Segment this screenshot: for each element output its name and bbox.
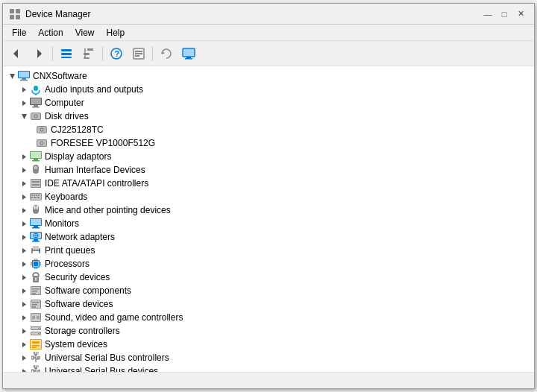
tree-root[interactable]: CNXSoftware (3, 69, 534, 83)
disk-expander[interactable] (18, 110, 30, 122)
tree-item-computer[interactable]: Computer (3, 96, 534, 110)
menu-action[interactable]: Action (32, 26, 69, 39)
svg-rect-107 (37, 268, 38, 269)
svg-rect-66 (32, 184, 40, 186)
hid-expander[interactable] (18, 164, 30, 176)
tree-item-display[interactable]: Display adaptors (3, 150, 534, 163)
tree-item-foresee[interactable]: FORESEE VP1000F512G (3, 136, 534, 150)
tree-item-network[interactable]: Network adapters (3, 230, 534, 244)
software-devices-label: Software devices (45, 299, 113, 309)
tree-item-software-devices[interactable]: Software devices (3, 297, 534, 311)
usb-controllers-expander[interactable] (18, 352, 30, 364)
monitors-expander[interactable] (18, 218, 30, 230)
svg-marker-142 (22, 342, 26, 347)
tree-item-hid[interactable]: Human Interface Devices (3, 163, 534, 177)
tree-item-disk-drives[interactable]: Disk drives (3, 110, 534, 123)
sound-expander[interactable] (18, 312, 30, 323)
system-expander[interactable] (18, 338, 30, 350)
update-driver-button[interactable] (178, 44, 199, 63)
svg-rect-97 (33, 246, 39, 250)
refresh-icon (160, 48, 172, 60)
svg-rect-115 (35, 279, 36, 281)
computer-expander[interactable] (18, 97, 30, 109)
svg-rect-37 (34, 105, 38, 107)
properties-button[interactable] (128, 44, 149, 63)
device-manager-window: Device Manager — □ ✕ File Action View He… (2, 3, 535, 389)
display-expander[interactable] (18, 151, 30, 162)
processors-expander[interactable] (18, 258, 30, 270)
tree-item-storage[interactable]: Storage controllers (3, 324, 534, 338)
sound-label: Sound, video and game controllers (45, 312, 183, 323)
back-button[interactable] (6, 44, 27, 63)
tree-item-sound[interactable]: Sound, video and game controllers (3, 311, 534, 324)
svg-rect-104 (34, 259, 36, 260)
print-expander[interactable] (18, 244, 30, 256)
software-components-expander[interactable] (18, 285, 30, 297)
cj225128tc-label: CJ225128TC (51, 124, 104, 135)
software-devices-expander[interactable] (18, 298, 30, 310)
toolbar-sep-3 (152, 46, 153, 61)
software-components-label: Software components (45, 285, 131, 296)
view-type-button[interactable] (56, 44, 77, 63)
svg-rect-85 (34, 226, 38, 227)
maximize-button[interactable]: □ (497, 7, 512, 21)
keyboard-icon (30, 191, 42, 203)
tree-item-print[interactable]: Print queues (3, 244, 534, 257)
mice-expander[interactable] (18, 204, 30, 216)
tree-item-keyboards[interactable]: Keyboards (3, 190, 534, 203)
tree-item-monitors[interactable]: Monitors (3, 217, 534, 230)
keyboards-label: Keyboards (45, 192, 87, 202)
svg-rect-70 (31, 195, 33, 196)
display-icon (30, 151, 42, 162)
svg-rect-108 (31, 262, 32, 264)
mice-label: Mice and other pointing devices (45, 205, 171, 215)
view-connection-button[interactable] (78, 44, 99, 63)
network-expander[interactable] (18, 231, 30, 243)
refresh-button[interactable] (156, 44, 177, 63)
svg-rect-32 (34, 86, 38, 91)
menu-help[interactable]: Help (101, 26, 131, 39)
tree-item-usb-controllers[interactable]: Universal Serial Bus controllers (3, 351, 534, 364)
help-button[interactable]: ? (106, 44, 127, 63)
hid-icon (30, 164, 42, 176)
tree-item-mice[interactable]: Mice and other pointing devices (3, 203, 534, 217)
svg-point-134 (37, 317, 39, 318)
monitors-label: Monitors (45, 218, 79, 229)
svg-rect-60 (37, 166, 38, 169)
svg-rect-20 (135, 55, 139, 57)
tree-item-software-components[interactable]: Software components (3, 284, 534, 297)
svg-rect-105 (37, 259, 38, 260)
svg-rect-121 (32, 293, 36, 294)
svg-rect-23 (186, 57, 191, 58)
svg-rect-99 (39, 250, 40, 251)
root-expander[interactable] (6, 70, 18, 82)
system-label: System devices (45, 339, 107, 350)
close-button[interactable]: ✕ (513, 7, 528, 21)
security-expander[interactable] (18, 271, 30, 283)
tree-item-processors[interactable]: Processors (3, 257, 534, 271)
audio-expander[interactable] (18, 83, 30, 95)
usb-devices-icon (30, 365, 42, 372)
menu-file[interactable]: File (6, 26, 32, 39)
storage-expander[interactable] (18, 325, 30, 337)
minimize-button[interactable]: — (480, 7, 495, 21)
menu-view[interactable]: View (69, 26, 101, 39)
tree-item-security[interactable]: Security devices (3, 271, 534, 284)
svg-rect-8 (61, 57, 72, 58)
forward-button[interactable] (28, 44, 49, 63)
tree-item-cj225128tc[interactable]: CJ225128TC (3, 123, 534, 136)
ide-expander[interactable] (18, 177, 30, 189)
disk-drives-label: Disk drives (45, 111, 89, 121)
foresee-label: FORESEE VP1000F512G (51, 138, 155, 148)
usb-devices-expander[interactable] (18, 365, 30, 372)
tree-item-system[interactable]: System devices (3, 338, 534, 351)
usb-controllers-icon (30, 352, 42, 364)
svg-rect-9 (87, 48, 93, 51)
svg-rect-7 (61, 53, 72, 55)
svg-rect-38 (32, 107, 40, 108)
tree-item-usb-devices[interactable]: Universal Serial Bus devices (3, 364, 534, 372)
keyboards-expander[interactable] (18, 191, 30, 203)
svg-marker-62 (22, 181, 26, 186)
tree-item-audio[interactable]: Audio inputs and outputs (3, 83, 534, 96)
tree-item-ide[interactable]: IDE ATA/ATAPI controllers (3, 177, 534, 190)
